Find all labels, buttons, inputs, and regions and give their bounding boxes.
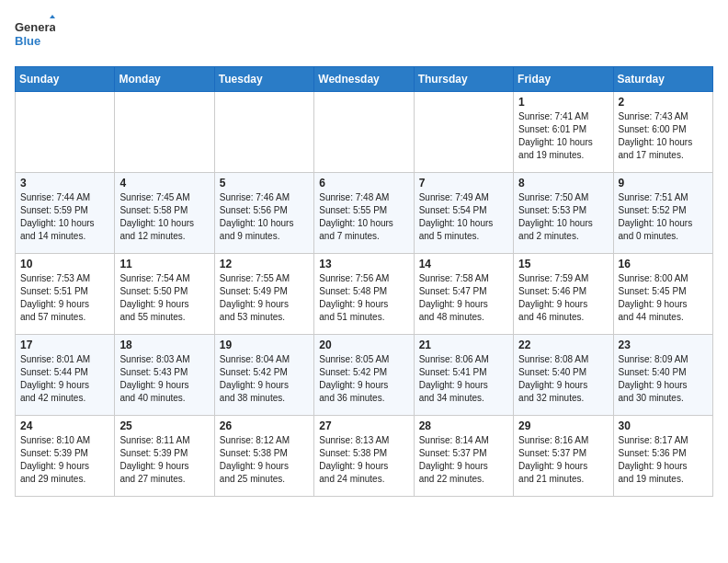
calendar-cell: 3Sunrise: 7:44 AMSunset: 5:59 PMDaylight… bbox=[16, 173, 115, 254]
svg-text:Blue: Blue bbox=[15, 34, 40, 48]
cell-info: Sunrise: 8:16 AMSunset: 5:37 PMDaylight:… bbox=[518, 434, 608, 486]
day-number: 15 bbox=[518, 258, 608, 270]
day-number: 12 bbox=[220, 258, 309, 270]
day-number: 22 bbox=[518, 339, 608, 351]
day-number: 30 bbox=[619, 419, 708, 432]
day-number: 25 bbox=[119, 419, 209, 432]
day-number: 10 bbox=[20, 258, 109, 270]
day-number: 4 bbox=[119, 177, 209, 190]
day-number: 23 bbox=[619, 339, 708, 351]
day-number: 6 bbox=[319, 177, 408, 190]
cell-info: Sunrise: 8:10 AMSunset: 5:39 PMDaylight:… bbox=[20, 434, 109, 486]
cell-info: Sunrise: 7:58 AMSunset: 5:47 PMDaylight:… bbox=[419, 272, 508, 324]
weekday-header-tuesday: Tuesday bbox=[214, 67, 313, 92]
weekday-header-saturday: Saturday bbox=[613, 67, 712, 92]
cell-info: Sunrise: 7:51 AMSunset: 5:52 PMDaylight:… bbox=[619, 191, 708, 243]
calendar-cell: 15Sunrise: 7:59 AMSunset: 5:46 PMDayligh… bbox=[514, 254, 613, 335]
logo: General Blue bbox=[15, 15, 55, 55]
calendar-cell: 19Sunrise: 8:04 AMSunset: 5:42 PMDayligh… bbox=[214, 335, 313, 416]
calendar-cell: 2Sunrise: 7:43 AMSunset: 6:00 PMDaylight… bbox=[613, 92, 712, 173]
cell-info: Sunrise: 8:14 AMSunset: 5:37 PMDaylight:… bbox=[419, 434, 508, 486]
cell-info: Sunrise: 8:01 AMSunset: 5:44 PMDaylight:… bbox=[20, 353, 109, 405]
calendar-week-4: 17Sunrise: 8:01 AMSunset: 5:44 PMDayligh… bbox=[16, 335, 713, 416]
calendar-cell bbox=[414, 92, 513, 173]
weekday-header-friday: Friday bbox=[514, 67, 613, 92]
cell-info: Sunrise: 7:41 AMSunset: 6:01 PMDaylight:… bbox=[518, 110, 608, 162]
weekday-header-row: SundayMondayTuesdayWednesdayThursdayFrid… bbox=[16, 67, 713, 92]
cell-info: Sunrise: 8:11 AMSunset: 5:39 PMDaylight:… bbox=[119, 434, 209, 486]
cell-info: Sunrise: 7:45 AMSunset: 5:58 PMDaylight:… bbox=[119, 191, 209, 243]
day-number: 11 bbox=[119, 258, 209, 270]
calendar-cell bbox=[16, 92, 115, 173]
cell-info: Sunrise: 8:04 AMSunset: 5:42 PMDaylight:… bbox=[220, 353, 309, 405]
calendar-week-2: 3Sunrise: 7:44 AMSunset: 5:59 PMDaylight… bbox=[16, 173, 713, 254]
calendar-cell: 30Sunrise: 8:17 AMSunset: 5:36 PMDayligh… bbox=[613, 416, 712, 497]
weekday-header-wednesday: Wednesday bbox=[314, 67, 414, 92]
weekday-header-monday: Monday bbox=[115, 67, 214, 92]
day-number: 28 bbox=[419, 419, 508, 432]
day-number: 17 bbox=[20, 339, 109, 351]
calendar-table: SundayMondayTuesdayWednesdayThursdayFrid… bbox=[15, 66, 713, 497]
day-number: 3 bbox=[20, 177, 109, 190]
cell-info: Sunrise: 7:54 AMSunset: 5:50 PMDaylight:… bbox=[119, 272, 209, 324]
day-number: 27 bbox=[319, 419, 408, 432]
calendar-cell: 27Sunrise: 8:13 AMSunset: 5:38 PMDayligh… bbox=[314, 416, 414, 497]
calendar-cell: 14Sunrise: 7:58 AMSunset: 5:47 PMDayligh… bbox=[414, 254, 513, 335]
cell-info: Sunrise: 7:46 AMSunset: 5:56 PMDaylight:… bbox=[220, 191, 309, 243]
weekday-header-thursday: Thursday bbox=[414, 67, 513, 92]
calendar-cell: 23Sunrise: 8:09 AMSunset: 5:40 PMDayligh… bbox=[613, 335, 712, 416]
day-number: 21 bbox=[419, 339, 508, 351]
day-number: 7 bbox=[419, 177, 508, 190]
calendar-cell: 16Sunrise: 8:00 AMSunset: 5:45 PMDayligh… bbox=[613, 254, 712, 335]
cell-info: Sunrise: 7:48 AMSunset: 5:55 PMDaylight:… bbox=[319, 191, 408, 243]
cell-info: Sunrise: 8:05 AMSunset: 5:42 PMDaylight:… bbox=[319, 353, 408, 405]
svg-marker-2 bbox=[50, 15, 55, 18]
cell-info: Sunrise: 7:53 AMSunset: 5:51 PMDaylight:… bbox=[20, 272, 109, 324]
logo-svg: General Blue bbox=[15, 15, 55, 55]
day-number: 14 bbox=[419, 258, 508, 270]
calendar-cell: 25Sunrise: 8:11 AMSunset: 5:39 PMDayligh… bbox=[115, 416, 214, 497]
calendar-cell: 18Sunrise: 8:03 AMSunset: 5:43 PMDayligh… bbox=[115, 335, 214, 416]
day-number: 19 bbox=[220, 339, 309, 351]
day-number: 20 bbox=[319, 339, 408, 351]
day-number: 13 bbox=[319, 258, 408, 270]
calendar-cell: 26Sunrise: 8:12 AMSunset: 5:38 PMDayligh… bbox=[214, 416, 313, 497]
cell-info: Sunrise: 8:12 AMSunset: 5:38 PMDaylight:… bbox=[220, 434, 309, 486]
calendar-cell: 21Sunrise: 8:06 AMSunset: 5:41 PMDayligh… bbox=[414, 335, 513, 416]
calendar-cell: 6Sunrise: 7:48 AMSunset: 5:55 PMDaylight… bbox=[314, 173, 414, 254]
cell-info: Sunrise: 8:06 AMSunset: 5:41 PMDaylight:… bbox=[419, 353, 508, 405]
day-number: 1 bbox=[518, 96, 608, 109]
day-number: 9 bbox=[619, 177, 708, 190]
calendar-cell: 4Sunrise: 7:45 AMSunset: 5:58 PMDaylight… bbox=[115, 173, 214, 254]
calendar-cell: 9Sunrise: 7:51 AMSunset: 5:52 PMDaylight… bbox=[613, 173, 712, 254]
cell-info: Sunrise: 8:13 AMSunset: 5:38 PMDaylight:… bbox=[319, 434, 408, 486]
cell-info: Sunrise: 8:08 AMSunset: 5:40 PMDaylight:… bbox=[518, 353, 608, 405]
day-number: 29 bbox=[518, 419, 608, 432]
cell-info: Sunrise: 7:44 AMSunset: 5:59 PMDaylight:… bbox=[20, 191, 109, 243]
cell-info: Sunrise: 8:03 AMSunset: 5:43 PMDaylight:… bbox=[119, 353, 209, 405]
calendar-cell: 12Sunrise: 7:55 AMSunset: 5:49 PMDayligh… bbox=[214, 254, 313, 335]
calendar-cell bbox=[314, 92, 414, 173]
calendar-cell: 11Sunrise: 7:54 AMSunset: 5:50 PMDayligh… bbox=[115, 254, 214, 335]
cell-info: Sunrise: 8:09 AMSunset: 5:40 PMDaylight:… bbox=[619, 353, 708, 405]
page-header: General Blue bbox=[15, 15, 713, 55]
calendar-cell: 10Sunrise: 7:53 AMSunset: 5:51 PMDayligh… bbox=[16, 254, 115, 335]
calendar-cell bbox=[115, 92, 214, 173]
calendar-week-5: 24Sunrise: 8:10 AMSunset: 5:39 PMDayligh… bbox=[16, 416, 713, 497]
cell-info: Sunrise: 7:49 AMSunset: 5:54 PMDaylight:… bbox=[419, 191, 508, 243]
calendar-week-3: 10Sunrise: 7:53 AMSunset: 5:51 PMDayligh… bbox=[16, 254, 713, 335]
cell-info: Sunrise: 7:55 AMSunset: 5:49 PMDaylight:… bbox=[220, 272, 309, 324]
calendar-cell: 5Sunrise: 7:46 AMSunset: 5:56 PMDaylight… bbox=[214, 173, 313, 254]
calendar-cell: 17Sunrise: 8:01 AMSunset: 5:44 PMDayligh… bbox=[16, 335, 115, 416]
day-number: 5 bbox=[220, 177, 309, 190]
calendar-cell: 24Sunrise: 8:10 AMSunset: 5:39 PMDayligh… bbox=[16, 416, 115, 497]
svg-text:General: General bbox=[15, 20, 55, 34]
day-number: 26 bbox=[220, 419, 309, 432]
calendar-cell: 7Sunrise: 7:49 AMSunset: 5:54 PMDaylight… bbox=[414, 173, 513, 254]
cell-info: Sunrise: 8:00 AMSunset: 5:45 PMDaylight:… bbox=[619, 272, 708, 324]
cell-info: Sunrise: 7:56 AMSunset: 5:48 PMDaylight:… bbox=[319, 272, 408, 324]
calendar-cell: 22Sunrise: 8:08 AMSunset: 5:40 PMDayligh… bbox=[514, 335, 613, 416]
day-number: 8 bbox=[518, 177, 608, 190]
day-number: 2 bbox=[619, 96, 708, 109]
day-number: 18 bbox=[119, 339, 209, 351]
